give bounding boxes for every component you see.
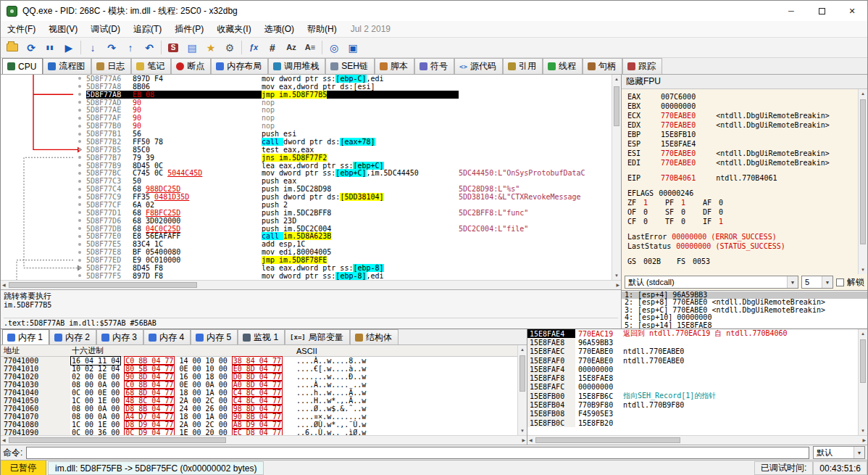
breakpoint-dot[interactable] xyxy=(78,235,81,238)
tab-引用[interactable]: 引用 xyxy=(503,58,543,74)
strings-button[interactable]: Az xyxy=(282,39,301,57)
calculator-button[interactable]: ƒx xyxy=(244,39,263,57)
comments-button[interactable]: ▣ xyxy=(343,39,362,57)
register-row[interactable]: ZF1PF1AF0 xyxy=(627,198,858,207)
chevron-down-icon[interactable]: ▼ xyxy=(787,276,798,288)
menu-item-选项(O)[interactable]: 选项(O) xyxy=(258,21,301,37)
step-back-button[interactable]: ↶ xyxy=(140,39,159,57)
scroll-up-icon[interactable]: ▲ xyxy=(613,75,620,83)
menu-item-调试(D)[interactable]: 调试(D) xyxy=(84,21,127,37)
tab-脚本[interactable]: 脚本 xyxy=(375,58,414,74)
scroll-down-icon[interactable]: ▼ xyxy=(519,426,526,435)
registers-vscrollbar[interactable]: ▲ ▼ xyxy=(858,89,867,274)
breakpoint-dot[interactable] xyxy=(78,243,81,246)
close-button[interactable]: ✕ xyxy=(837,1,867,21)
dump-vscrollbar[interactable]: ▲ ▼ xyxy=(517,345,527,435)
disasm-row[interactable]: 5D8F77C350push eax xyxy=(86,177,612,185)
menu-item-追踪(T)[interactable]: 追踪(T) xyxy=(127,21,168,37)
stack-row[interactable]: 15E8FAFC00000000 xyxy=(527,383,858,392)
menu-item-文件(F)[interactable]: 文件(F) xyxy=(1,21,42,37)
restart-button[interactable]: ⟳ xyxy=(22,39,41,57)
breakpoint-dot[interactable] xyxy=(78,133,81,136)
pause-button[interactable]: ▮▮ xyxy=(41,39,59,57)
register-row[interactable]: EDX770EABE0<ntdll.DbgUiRemoteBreakin> xyxy=(627,120,858,130)
arg-count-select[interactable]: 5 ▼ xyxy=(801,276,833,289)
breakpoint-dot[interactable] xyxy=(78,172,81,175)
tab-CPU[interactable]: CPU xyxy=(2,58,43,74)
attach-button[interactable]: A≡ xyxy=(301,39,320,57)
memory-map-button[interactable]: ▤ xyxy=(183,39,201,57)
dump-hscrollbar[interactable]: ◀ ▶ xyxy=(1,435,527,445)
disasm-row[interactable]: 5D8F77AF90nop xyxy=(86,114,612,122)
scroll-down-icon[interactable]: ▼ xyxy=(859,426,867,435)
disasm-row[interactable]: 5D8F77AE90nop xyxy=(86,107,612,115)
disasm-row[interactable]: 5D8F77A6897D F4mov dword ptr ss:[ebp-C],… xyxy=(86,75,612,83)
scroll-up-icon[interactable]: ▲ xyxy=(519,345,526,354)
disasm-row[interactable]: 5D8F77B156push esi xyxy=(86,130,612,138)
disasm-row[interactable]: 5D8F77ABEB 08jmp im.5D8F77B5 xyxy=(86,91,612,99)
tab-内存 4[interactable]: 内存 4 xyxy=(143,329,191,344)
disasm-row[interactable]: 5D8F77A88B06mov eax,dword ptr ds:[esi] xyxy=(86,83,612,91)
tab-流程图[interactable]: 流程图 xyxy=(43,58,91,74)
scylla-button[interactable]: S xyxy=(164,39,183,57)
unlock-checkbox[interactable] xyxy=(836,278,844,286)
tab-内存布局[interactable]: 内存布局 xyxy=(211,58,268,74)
favourites-button[interactable]: ★ xyxy=(201,39,220,57)
tab-结构体[interactable]: 结构体 xyxy=(350,329,398,344)
tab-局部变量[interactable]: [x=]局部变量 xyxy=(285,329,350,344)
stack-row[interactable]: 15E8FAE4770EAC19返回到 ntdll.770EAC19 自 ntd… xyxy=(527,329,858,338)
register-row[interactable]: EBX00000000 xyxy=(627,102,858,111)
stack-row[interactable]: 15E8FB04770B9F80ntdll.770B9F80 xyxy=(527,400,858,409)
disasm-row[interactable]: 5D8F77B98D45 0Clea eax,dword ptr ss:[ebp… xyxy=(86,162,612,170)
execute-till-return-button[interactable]: ↑ xyxy=(121,39,140,57)
tab-跟踪[interactable]: 跟踪 xyxy=(622,58,662,74)
disasm-row[interactable]: 5D8F77E583C4 1Cadd esp,1C xyxy=(86,240,612,248)
scroll-right-icon[interactable]: ▶ xyxy=(520,436,527,445)
breakpoint-dot[interactable] xyxy=(78,125,81,128)
tab-线程[interactable]: 线程 xyxy=(543,58,583,74)
disassembly-view[interactable]: 5D8F77A6897D F4mov dword ptr ss:[ebp-C],… xyxy=(1,75,612,280)
breakpoint-dot[interactable] xyxy=(78,109,81,112)
breakpoint-dot[interactable] xyxy=(78,117,81,120)
tab-监视 1[interactable]: 监视 1 xyxy=(238,329,285,344)
tab-调用堆栈[interactable]: 调用堆栈 xyxy=(268,58,325,74)
disasm-row[interactable]: 5D8F77B779 39jns im.5D8F77F2 xyxy=(86,154,612,162)
stack-row[interactable]: 15E8FB08F45905E3 xyxy=(527,410,858,418)
disasm-row[interactable]: 5D8F77DB68 04C0C25Dpush im.5DC2C0045DC2C… xyxy=(86,225,612,233)
register-row[interactable]: LastError00000000 (ERROR_SUCCESS) xyxy=(627,232,858,241)
maximize-button[interactable] xyxy=(806,1,837,21)
scroll-right-icon[interactable]: ▶ xyxy=(614,281,621,289)
tab-句柄[interactable]: 句柄 xyxy=(583,58,622,74)
stack-row[interactable]: 15E8FB0C15E8FB20 xyxy=(527,418,858,427)
tab-符号[interactable]: 符号 xyxy=(414,58,454,74)
settings-button[interactable]: ⚙ xyxy=(220,39,239,57)
chevron-down-icon[interactable]: ▼ xyxy=(854,447,864,458)
tab-日志[interactable]: 日志 xyxy=(91,58,131,74)
register-row[interactable]: GS002BFS0053 xyxy=(627,257,858,266)
disasm-row[interactable]: 5D8F77CF6A 02push 2 xyxy=(86,201,612,209)
run-button[interactable]: ▶ xyxy=(59,39,78,57)
disasm-row[interactable]: 5D8F77B2FF50 78call dword ptr ds:[eax+78… xyxy=(86,138,612,146)
register-row[interactable]: LastStatus00000000 (STATUS_SUCCESS) xyxy=(627,241,858,251)
open-file-button[interactable] xyxy=(3,39,22,57)
command-input[interactable] xyxy=(26,447,809,459)
register-row[interactable]: EBP15E8FB10 xyxy=(627,130,858,139)
calling-convention-select[interactable]: 默认 (stdcall) ▼ xyxy=(625,276,798,289)
disasm-row[interactable]: 5D8F77E0E8 56EAFAFFcall im.5D8A623B xyxy=(86,233,612,241)
scroll-down-icon[interactable]: ▼ xyxy=(859,265,867,274)
menu-item-视图(V)[interactable]: 视图(V) xyxy=(42,21,84,37)
disasm-row[interactable]: 5D8F77AD90nop xyxy=(86,99,612,107)
disasm-hscrollbar[interactable]: ◀ ▶ xyxy=(1,280,621,289)
register-row[interactable]: EFLAGS00000246 xyxy=(627,189,858,198)
menu-item-帮助(H)[interactable]: 帮助(H) xyxy=(301,21,343,37)
menu-item-插件(P)[interactable]: 插件(P) xyxy=(168,21,210,37)
register-row[interactable]: EDI770EABE0<ntdll.DbgUiRemoteBreakin> xyxy=(627,158,858,168)
dump-row[interactable]: 770410900C 00 36 000C D9 04 771E 00 20 0… xyxy=(1,429,517,435)
disasm-row[interactable]: 5D8F77E8BF 05400080mov edi,80004005 xyxy=(86,248,612,256)
scroll-left-icon[interactable]: ◀ xyxy=(527,436,534,445)
search-button[interactable]: ◎ xyxy=(325,39,343,57)
disasm-row[interactable]: 5D8F77B090nop xyxy=(86,122,612,130)
tab-笔记[interactable]: 笔记 xyxy=(131,58,171,74)
disasm-row[interactable]: 5D8F77F28D45 F8lea eax,dword ptr ss:[ebp… xyxy=(86,264,612,272)
tab-内存 5[interactable]: 内存 5 xyxy=(191,329,238,344)
